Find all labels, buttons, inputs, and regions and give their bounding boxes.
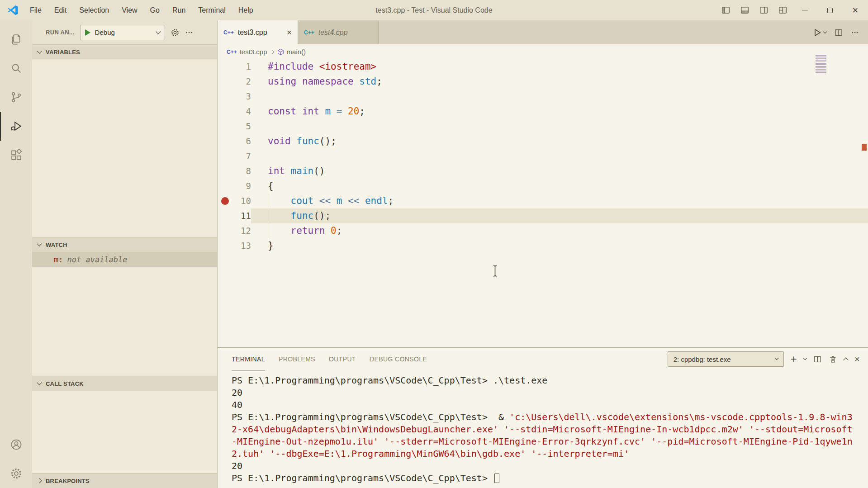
panel-tab-terminal[interactable]: TERMINAL: [232, 348, 265, 370]
section-label: VARIABLES: [46, 49, 80, 56]
terminal-line: 40: [232, 399, 868, 411]
code-line-6[interactable]: 6void func();: [218, 134, 868, 149]
breadcrumb-file[interactable]: C++ test3.cpp: [227, 48, 267, 56]
new-terminal-button[interactable]: +: [791, 354, 797, 365]
breadcrumb-symbol[interactable]: main(): [277, 48, 306, 56]
toggle-secondary-sidebar-icon[interactable]: [754, 0, 773, 20]
breadcrumb: C++ test3.cpp main(): [218, 44, 868, 59]
code-line-10[interactable]: 10 cout << m << endl;: [218, 194, 868, 208]
tab-test4-cpp[interactable]: C++ test4.cpp: [298, 20, 379, 44]
glyph-margin[interactable]: [218, 74, 232, 89]
code-line-12[interactable]: 12 return 0;: [218, 223, 868, 238]
menu-edit[interactable]: Edit: [48, 3, 73, 18]
code-line-4[interactable]: 4const int m = 20;: [218, 104, 868, 119]
views-more-actions-icon[interactable]: [185, 28, 193, 37]
section-header-breakpoints[interactable]: BREAKPOINTS: [32, 473, 217, 488]
menu-go[interactable]: Go: [144, 3, 166, 18]
menu-terminal[interactable]: Terminal: [192, 3, 231, 18]
tab-close-icon[interactable]: ×: [287, 28, 292, 37]
maximize-panel-icon[interactable]: [843, 357, 848, 362]
panel-tab-debug-console[interactable]: DEBUG CONSOLE: [370, 348, 427, 370]
code-line-2[interactable]: 2using namespace std;: [218, 74, 868, 89]
breakpoint-dot[interactable]: [221, 197, 229, 205]
panel-tab-output[interactable]: OUTPUT: [329, 348, 356, 370]
account-icon[interactable]: [0, 430, 32, 459]
code-line-8[interactable]: 8int main(): [218, 164, 868, 179]
line-number: 11: [232, 208, 251, 223]
code-text: const int m = 20;: [251, 104, 868, 119]
explorer-icon[interactable]: [0, 25, 32, 54]
glyph-margin[interactable]: [218, 149, 232, 164]
mouse-cursor-ibeam: [492, 265, 498, 277]
code-text: void func();: [251, 134, 868, 149]
watch-item[interactable]: m: not available: [32, 252, 217, 267]
settings-gear-icon[interactable]: [0, 459, 32, 488]
code-text: return 0;: [251, 223, 868, 238]
editor-actions: [813, 20, 868, 44]
section-label: WATCH: [46, 242, 67, 248]
code-line-1[interactable]: 1#include <iostream>: [218, 59, 868, 74]
section-header-variables[interactable]: VARIABLES: [32, 44, 217, 59]
code-text: [251, 89, 868, 104]
line-number: 10: [232, 194, 251, 208]
minimize-button[interactable]: [792, 0, 817, 20]
glyph-margin[interactable]: [218, 104, 232, 119]
line-number: 3: [232, 89, 251, 104]
glyph-margin[interactable]: [218, 59, 232, 74]
code-line-5[interactable]: 5: [218, 119, 868, 134]
maximize-button[interactable]: [817, 0, 843, 20]
tab-test3-cpp[interactable]: C++ test3.cpp ×: [218, 20, 298, 44]
editor-more-actions-icon[interactable]: [851, 28, 859, 37]
customize-layout-icon[interactable]: [773, 0, 792, 20]
toggle-primary-sidebar-icon[interactable]: [716, 0, 735, 20]
close-button[interactable]: ×: [843, 0, 868, 20]
kill-terminal-trash-icon[interactable]: [829, 355, 837, 364]
terminal-output[interactable]: PS E:\1.Programming\programs\VSCode\C_Cp…: [218, 370, 868, 488]
terminal-instance-dropdown[interactable]: 2: cppdbg: test.exe: [668, 351, 784, 367]
glyph-margin[interactable]: [218, 89, 232, 104]
vscode-logo-icon: [7, 5, 19, 16]
run-and-debug-icon[interactable]: [0, 112, 32, 141]
search-icon[interactable]: [0, 54, 32, 83]
code-line-3[interactable]: 3: [218, 89, 868, 104]
call-stack-body: [32, 391, 217, 473]
run-cpp-file-button[interactable]: [813, 28, 826, 37]
glyph-margin[interactable]: [218, 119, 232, 134]
glyph-margin[interactable]: [218, 134, 232, 149]
panel-tab-problems[interactable]: PROBLEMS: [279, 348, 315, 370]
menu-help[interactable]: Help: [232, 3, 259, 18]
start-debug-icon[interactable]: [85, 29, 90, 36]
code-line-9[interactable]: 9{: [218, 179, 868, 194]
debug-config-dropdown[interactable]: Debug: [80, 25, 165, 40]
new-terminal-dropdown-icon[interactable]: [803, 356, 806, 360]
source-control-icon[interactable]: [0, 83, 32, 112]
glyph-margin[interactable]: [218, 164, 232, 179]
menu-view[interactable]: View: [116, 3, 143, 18]
glyph-margin[interactable]: [218, 208, 232, 223]
split-terminal-icon[interactable]: [813, 355, 822, 364]
menu-run[interactable]: Run: [166, 3, 191, 18]
minimap[interactable]: [816, 55, 826, 74]
toggle-panel-icon[interactable]: [735, 0, 754, 20]
code-line-13[interactable]: 13}: [218, 238, 868, 253]
section-header-call-stack[interactable]: CALL STACK: [32, 376, 217, 391]
glyph-margin[interactable]: [218, 223, 232, 238]
line-number: 8: [232, 164, 251, 179]
code-editor[interactable]: 1#include <iostream>2using namespace std…: [218, 59, 868, 347]
cpp-file-icon: C++: [304, 29, 314, 36]
line-number: 4: [232, 104, 251, 119]
split-editor-icon[interactable]: [834, 28, 843, 37]
section-header-watch[interactable]: WATCH: [32, 237, 217, 252]
menu-file[interactable]: File: [24, 3, 47, 18]
chevron-down-icon[interactable]: [823, 29, 827, 33]
code-line-7[interactable]: 7: [218, 149, 868, 164]
glyph-margin[interactable]: [218, 238, 232, 253]
glyph-margin[interactable]: [218, 179, 232, 194]
code-line-11[interactable]: 11 func();: [218, 208, 868, 223]
extensions-icon[interactable]: [0, 141, 32, 170]
breadcrumb-symbol-label: main(): [287, 48, 306, 56]
launch-settings-gear-icon[interactable]: [171, 28, 180, 37]
close-panel-icon[interactable]: ×: [854, 354, 860, 365]
menu-selection[interactable]: Selection: [73, 3, 115, 18]
breakpoint-glyph[interactable]: [218, 194, 232, 208]
